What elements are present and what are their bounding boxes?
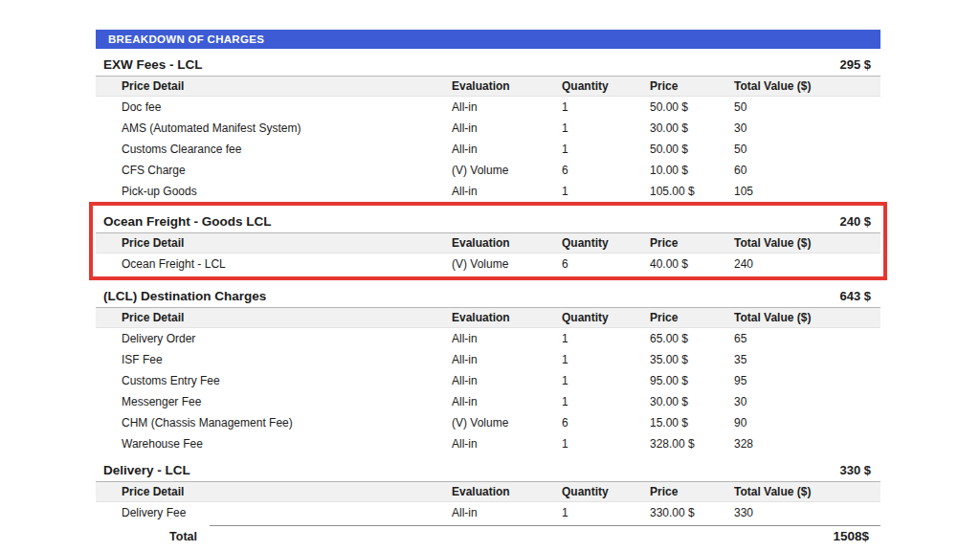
cell-evaluation: All-in <box>452 353 562 366</box>
col-header-total-value: Total Value ($) <box>734 236 871 250</box>
cell-quantity: 1 <box>562 332 650 345</box>
cell-price-detail: Customs Entry Fee <box>122 374 452 387</box>
cell-evaluation: (V) Volume <box>452 257 562 271</box>
cell-quantity: 1 <box>562 100 650 114</box>
table-body: Delivery Order All-in 1 65.00 $ 65 ISF F… <box>96 328 880 454</box>
cell-evaluation: All-in <box>452 100 562 114</box>
section-title: Ocean Freight - Goods LCL <box>103 214 272 229</box>
cell-evaluation: (V) Volume <box>452 416 562 430</box>
charges-document: BREAKDOWN OF CHARGES EXW Fees - LCL 295 … <box>96 30 880 550</box>
table-body: Delivery Fee All-in 1 330.00 $ 330 <box>96 502 880 523</box>
table-header-row: Price Detail Evaluation Quantity Price T… <box>96 482 880 502</box>
table-row: Ocean Freight - LCL (V) Volume 6 40.00 $… <box>96 253 880 275</box>
col-header-quantity: Quantity <box>562 79 650 93</box>
col-header-evaluation: Evaluation <box>452 79 562 93</box>
cell-total-value: 65 <box>734 332 871 345</box>
cell-evaluation: (V) Volume <box>452 164 562 177</box>
cell-price: 65.00 $ <box>650 332 734 345</box>
section-total: 240 $ <box>839 214 871 229</box>
col-header-price: Price <box>650 79 734 93</box>
section-title: Delivery - LCL <box>103 463 190 477</box>
table-row: Doc fee All-in 1 50.00 $ 50 <box>96 97 880 118</box>
cell-evaluation: All-in <box>452 121 562 135</box>
cell-evaluation: All-in <box>452 185 562 198</box>
col-header-quantity: Quantity <box>562 236 650 250</box>
cell-quantity: 1 <box>562 506 650 519</box>
cell-total-value: 90 <box>734 416 871 430</box>
section-header: (LCL) Destination Charges 643 $ <box>96 280 880 308</box>
cell-quantity: 1 <box>562 143 650 156</box>
table-row: Customs Entry Fee All-in 1 95.00 $ 95 <box>96 370 880 391</box>
breakdown-header-bar: BREAKDOWN OF CHARGES <box>96 30 880 49</box>
col-header-price: Price <box>650 236 734 250</box>
cell-total-value: 328 <box>734 437 871 451</box>
cell-price: 330.00 $ <box>650 506 734 519</box>
col-header-price: Price <box>650 485 734 498</box>
grand-total-value: 1508$ <box>833 529 869 543</box>
cell-evaluation: All-in <box>452 506 562 519</box>
cell-price-detail: Delivery Order <box>122 332 452 345</box>
col-header-evaluation: Evaluation <box>452 485 562 498</box>
cell-price: 35.00 $ <box>650 353 734 366</box>
cell-total-value: 60 <box>734 164 871 177</box>
table-body: Doc fee All-in 1 50.00 $ 50 AMS (Automat… <box>96 97 880 202</box>
table-row: Customs Clearance fee All-in 1 50.00 $ 5… <box>96 139 880 160</box>
total-divider <box>210 525 880 526</box>
section-header: Ocean Freight - Goods LCL 240 $ <box>96 206 880 233</box>
section-title: EXW Fees - LCL <box>103 57 203 72</box>
cell-price: 95.00 $ <box>650 374 734 387</box>
table-row: CHM (Chassis Management Fee) (V) Volume … <box>96 412 880 433</box>
charge-section: (LCL) Destination Charges 643 $ Price De… <box>96 280 880 454</box>
section-title: (LCL) Destination Charges <box>103 289 266 303</box>
section-total: 330 $ <box>839 463 871 477</box>
cell-total-value: 30 <box>734 121 871 135</box>
cell-quantity: 6 <box>562 257 650 271</box>
table-body: Ocean Freight - LCL (V) Volume 6 40.00 $… <box>96 253 880 275</box>
cell-evaluation: All-in <box>452 143 562 156</box>
grand-total-row: Total 1508$ <box>96 525 880 550</box>
table-header-row: Price Detail Evaluation Quantity Price T… <box>96 77 880 97</box>
col-header-price-detail: Price Detail <box>122 79 452 93</box>
table-row: AMS (Automated Manifest System) All-in 1… <box>96 118 880 139</box>
cell-price: 50.00 $ <box>650 143 734 156</box>
cell-price: 30.00 $ <box>650 121 734 135</box>
cell-quantity: 1 <box>562 353 650 366</box>
table-row: ISF Fee All-in 1 35.00 $ 35 <box>96 349 880 370</box>
charge-section-highlight-box: Ocean Freight - Goods LCL 240 $ Price De… <box>89 202 887 280</box>
col-header-evaluation: Evaluation <box>452 311 562 324</box>
cell-total-value: 330 <box>734 506 871 519</box>
col-header-total-value: Total Value ($) <box>734 311 871 324</box>
cell-price-detail: CHM (Chassis Management Fee) <box>122 416 452 430</box>
cell-price-detail: Doc fee <box>122 100 452 114</box>
cell-price-detail: CFS Charge <box>122 164 452 177</box>
charge-section: EXW Fees - LCL 295 $ Price Detail Evalua… <box>96 49 880 202</box>
table-header-row: Price Detail Evaluation Quantity Price T… <box>96 308 880 328</box>
table-row: Messenger Fee All-in 1 30.00 $ 30 <box>96 391 880 412</box>
grand-total-label: Total <box>96 530 197 543</box>
table-row: Warehouse Fee All-in 1 328.00 $ 328 <box>96 433 880 454</box>
cell-price-detail: Messenger Fee <box>122 395 452 408</box>
section-header: EXW Fees - LCL 295 $ <box>96 49 880 77</box>
table-row: Delivery Order All-in 1 65.00 $ 65 <box>96 328 880 349</box>
col-header-total-value: Total Value ($) <box>734 79 871 93</box>
table-row: CFS Charge (V) Volume 6 10.00 $ 60 <box>96 160 880 181</box>
cell-quantity: 1 <box>562 437 650 451</box>
cell-price: 328.00 $ <box>650 437 734 451</box>
cell-evaluation: All-in <box>452 395 562 408</box>
cell-quantity: 6 <box>562 164 650 177</box>
col-header-evaluation: Evaluation <box>452 236 562 250</box>
cell-quantity: 6 <box>562 416 650 430</box>
cell-price: 50.00 $ <box>650 100 734 114</box>
table-row: Pick-up Goods All-in 1 105.00 $ 105 <box>96 181 880 202</box>
cell-price: 10.00 $ <box>650 164 734 177</box>
col-header-price-detail: Price Detail <box>122 485 452 498</box>
cell-price-detail: Warehouse Fee <box>122 437 452 451</box>
cell-total-value: 50 <box>734 100 871 114</box>
cell-quantity: 1 <box>562 185 650 198</box>
col-header-quantity: Quantity <box>562 485 650 498</box>
sections-container: EXW Fees - LCL 295 $ Price Detail Evalua… <box>96 49 880 523</box>
cell-price-detail: AMS (Automated Manifest System) <box>122 121 452 135</box>
section-total: 643 $ <box>839 289 871 303</box>
col-header-price-detail: Price Detail <box>122 311 452 324</box>
cell-price: 15.00 $ <box>650 416 734 430</box>
